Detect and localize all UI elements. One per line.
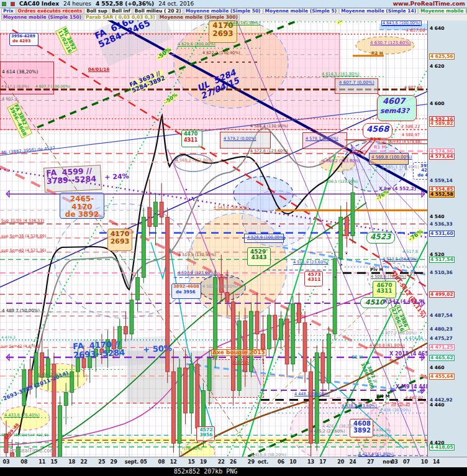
candle-body xyxy=(201,390,205,428)
annotation-box xyxy=(366,232,395,244)
time-axis-label: 14 xyxy=(433,459,440,465)
candle-body xyxy=(28,370,32,387)
annotation-box xyxy=(244,234,284,243)
time-axis-label: 17 xyxy=(319,459,326,465)
annotation-box xyxy=(181,130,202,147)
image-caption-bar: 852x852 207kb PNG xyxy=(0,467,467,476)
price-axis-label: 4 552,58 xyxy=(429,191,455,198)
candle-body xyxy=(261,334,265,349)
candle-body xyxy=(160,202,163,217)
sar-dot xyxy=(335,277,337,278)
price-axis-label: 4 517,54 xyxy=(429,257,455,263)
price-axis-label: 4 465,62 xyxy=(429,355,455,361)
candle-body xyxy=(16,447,20,457)
time-axis-label: 03 xyxy=(391,459,398,465)
candle-body xyxy=(243,321,247,372)
sar-dot xyxy=(279,226,281,227)
legend-chip[interactable]: Prix xyxy=(1,8,16,14)
sar-dot xyxy=(93,347,94,349)
price-axis-label: 4 418,05 xyxy=(429,444,455,451)
annotation-box xyxy=(107,229,132,251)
line-arrow xyxy=(422,300,425,306)
price-axis-label: 4 620 xyxy=(429,64,445,69)
candle-body xyxy=(52,364,56,457)
sar-dot xyxy=(322,301,324,303)
price-axis-label: 4 573,64 xyxy=(429,153,455,160)
legend-chip[interactable]: Boll milieu ( 20 2) xyxy=(133,8,183,14)
candle-body xyxy=(327,334,330,383)
candle-body xyxy=(166,217,170,372)
symbol-label: CAC40 Index xyxy=(19,1,59,7)
sell-icon[interactable] xyxy=(11,2,15,6)
price-axis[interactable]: 4 6404 625,564 6204 6004 592,164 589,824… xyxy=(427,21,467,457)
annotation-box xyxy=(9,33,39,46)
time-axis-label: 15 xyxy=(188,459,195,465)
sar-dot xyxy=(86,351,88,353)
annotation-box xyxy=(363,123,392,139)
sar-dot xyxy=(192,197,194,199)
candle-body xyxy=(184,368,188,413)
annotation-box xyxy=(377,95,417,121)
timeframe-label[interactable]: 24 heures xyxy=(63,1,91,7)
candle-body xyxy=(189,364,193,413)
legend-chip[interactable]: Ordres exécutés récents xyxy=(16,8,84,14)
legend-chip[interactable]: Moyenne mobile (Simple 150) xyxy=(1,14,83,21)
time-axis-label: 11 xyxy=(39,459,45,465)
buy-icon[interactable] xyxy=(2,2,6,6)
price-axis-label: 4 589,82 xyxy=(429,121,455,127)
price-axis-label: 4 536,33 xyxy=(429,222,453,227)
candle-body xyxy=(130,300,134,334)
sar-dot xyxy=(310,324,312,326)
time-axis-label: 08 xyxy=(158,459,165,465)
sar-dot xyxy=(341,264,343,266)
legend-chip[interactable]: Boll sup xyxy=(84,8,109,14)
candle-body xyxy=(124,326,127,334)
candle-body xyxy=(100,349,104,353)
sar-dot xyxy=(148,217,150,219)
legend-chip[interactable]: Boll inf xyxy=(110,8,132,14)
price-axis-label: 4 460 xyxy=(429,365,445,370)
candle-body xyxy=(345,217,348,236)
candle-body xyxy=(297,304,301,323)
candle-body xyxy=(64,392,68,405)
time-axis[interactable]: 0308111518222529sept.0508121519222629oct… xyxy=(0,457,467,467)
price-axis-label: 4 440 xyxy=(429,403,445,408)
sar-dot xyxy=(186,189,188,191)
time-axis-label: 08 xyxy=(20,459,27,465)
candle-body xyxy=(34,353,38,387)
price-axis-label: 4 540 xyxy=(429,214,445,219)
price-axis-label: 4 475,27 xyxy=(429,336,453,341)
sar-dot xyxy=(316,313,318,314)
candle-body xyxy=(267,315,271,349)
candle-body xyxy=(249,311,253,372)
legend-chip[interactable]: Moyenne mobile (Simple 200) xyxy=(419,8,467,14)
time-axis-label: 24 xyxy=(349,459,356,465)
candle-body xyxy=(237,321,241,390)
time-axis-label: 22 xyxy=(218,459,225,465)
chart-area[interactable]: 41702693FA 6168 //5284--2465-50%FA 3693 … xyxy=(0,21,427,457)
time-axis-label: 22 xyxy=(80,459,87,465)
annotation-box xyxy=(60,193,104,219)
site-link[interactable]: www.ProRealTime.com xyxy=(393,1,465,7)
annotation-box xyxy=(360,297,389,308)
legend-chip[interactable]: Parab SAR ( 0,03 0,03 0,3) xyxy=(84,14,157,21)
time-axis-label: 03 xyxy=(2,459,9,465)
legend-chip[interactable]: Moyenne mobile (Simple 14) xyxy=(339,8,418,14)
candle-body xyxy=(106,339,110,352)
candle-body xyxy=(118,326,122,349)
image-caption: 852x852 207kb PNG xyxy=(174,468,237,475)
sar-dot xyxy=(329,289,330,291)
legend-chip[interactable]: Moyenne mobile (Simple 50) xyxy=(184,8,263,14)
legend-chip[interactable]: Moyenne mobile (Simple 5) xyxy=(263,8,339,14)
legend-chip[interactable]: Moyenne mobile (Simple 300) xyxy=(158,14,240,21)
sar-dot xyxy=(273,223,274,225)
time-axis-label: 25 xyxy=(98,459,105,465)
date-label: 24 oct. 2016 xyxy=(158,1,194,7)
candle-body xyxy=(178,368,181,443)
candle-body xyxy=(291,304,295,364)
candle-body xyxy=(214,277,217,358)
time-axis-label: oct. xyxy=(258,459,268,465)
time-axis-label: 27 xyxy=(367,459,374,465)
time-axis-label: 29 xyxy=(248,459,255,465)
candle-body xyxy=(333,259,337,334)
